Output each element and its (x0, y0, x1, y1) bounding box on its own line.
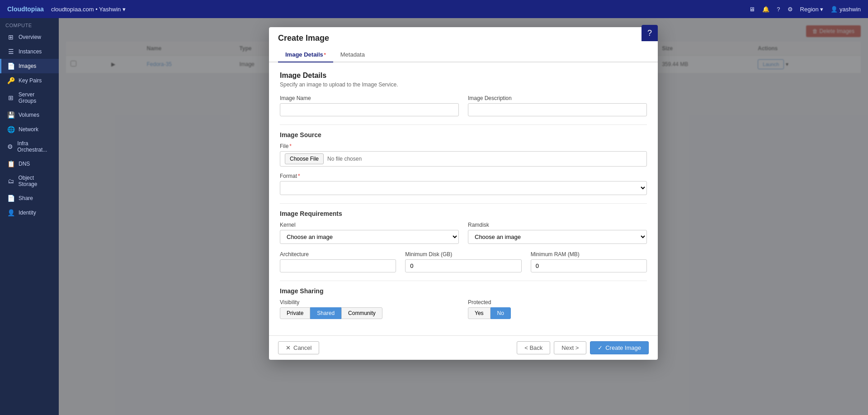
volumes-icon: 💾 (7, 111, 15, 119)
file-label: File* (280, 143, 647, 149)
share-icon: 📄 (7, 195, 15, 202)
sidebar-item-share[interactable]: 📄 Share (0, 191, 59, 205)
create-image-modal: Create Image × Image Details* Metadata ? (269, 27, 658, 360)
ramdisk-label: Ramdisk (468, 222, 647, 228)
sidebar-identity-label: Identity (19, 210, 36, 216)
images-icon: 📄 (7, 62, 15, 70)
sidebar: Compute ⊞ Overview ☰ Instances 📄 Images … (0, 18, 59, 415)
sidebar-item-servergroups[interactable]: ⊞ Server Groups (0, 88, 59, 108)
image-description-group: Image Description (468, 95, 647, 116)
file-chosen-text: No file chosen (327, 156, 362, 162)
tab-metadata[interactable]: Metadata (333, 48, 372, 62)
image-details-description: Specify an image to upload to the Image … (280, 81, 647, 88)
image-source-title: Image Source (280, 124, 647, 138)
kernel-group: Kernel Choose an image (280, 222, 459, 244)
project-chevron: ▾ (123, 6, 126, 13)
visibility-shared-btn[interactable]: Shared (310, 307, 341, 319)
cancel-button[interactable]: ✕ ✕ Cancel Cancel (278, 341, 319, 354)
user-menu[interactable]: 👤 yashwin (830, 6, 861, 13)
sidebar-objectstorage-label: Object Storage (18, 175, 53, 187)
instances-icon: ☰ (7, 48, 15, 55)
brand-logo: Cloudtopiaa (7, 5, 44, 13)
ramdisk-select[interactable]: Choose an image (468, 230, 647, 244)
app-layout: Compute ⊞ Overview ☰ Instances 📄 Images … (0, 18, 868, 415)
topnav-left: Cloudtopiaa cloudtopiaa.com • Yashwin ▾ (7, 5, 126, 13)
kernel-ramdisk-row: Kernel Choose an image Ramdisk Choose an… (280, 222, 647, 244)
top-navigation: Cloudtopiaa cloudtopiaa.com • Yashwin ▾ … (0, 0, 868, 18)
sidebar-item-instances[interactable]: ☰ Instances (0, 44, 59, 59)
min-ram-group: Minimum RAM (MB) (531, 251, 647, 272)
sidebar-item-network[interactable]: 🌐 Network (0, 122, 59, 137)
protected-yes-btn[interactable]: Yes (468, 307, 491, 319)
overview-icon: ⊞ (7, 33, 15, 41)
bell-icon[interactable]: 🔔 (762, 6, 769, 13)
modal-body: Image Details Specify an image to upload… (269, 62, 658, 335)
visibility-label: Visibility (280, 299, 459, 305)
sidebar-compute-label: Compute (0, 18, 59, 30)
infra-icon: ⚙ (7, 143, 14, 150)
choose-file-button[interactable]: Choose File (285, 153, 324, 164)
sidebar-network-label: Network (19, 126, 38, 133)
visibility-private-btn[interactable]: Private (280, 307, 310, 319)
format-select[interactable]: AKI AMI ARI Docker ISO OVA PLOOP QCOW2 R… (280, 181, 647, 195)
modal-header: Create Image × (269, 27, 658, 43)
ramdisk-group: Ramdisk Choose an image (468, 222, 647, 244)
project-label: cloudtopiaa.com • Yashwin (51, 6, 121, 13)
visibility-group-container: Visibility Private Shared Community (280, 299, 459, 319)
modal-footer: ✕ ✕ Cancel Cancel < Back Next > ✓ Create… (269, 335, 658, 360)
gear-icon[interactable]: ⚙ (788, 6, 793, 13)
sidebar-item-objectstorage[interactable]: 🗂 Object Storage (0, 171, 59, 191)
dns-icon: 📋 (7, 160, 15, 167)
image-details-section-title: Image Details (280, 72, 647, 80)
region-selector[interactable]: Region ▾ (800, 6, 824, 13)
create-image-button[interactable]: ✓ Create Image (590, 341, 649, 354)
format-group: Format* AKI AMI ARI Docker ISO OVA PLOOP… (280, 173, 647, 195)
visibility-protected-row: Visibility Private Shared Community Prot… (280, 299, 647, 319)
image-description-input[interactable] (468, 103, 647, 116)
min-ram-input[interactable] (531, 259, 647, 272)
help-icon[interactable]: ? (777, 6, 780, 13)
architecture-label: Architecture (280, 251, 396, 258)
visibility-community-btn[interactable]: Community (341, 307, 382, 319)
image-name-row: Image Name Image Description (280, 95, 647, 116)
tab-image-details[interactable]: Image Details* (278, 48, 333, 62)
architecture-group: Architecture (280, 251, 396, 272)
sidebar-item-volumes[interactable]: 💾 Volumes (0, 108, 59, 122)
sidebar-item-images[interactable]: 📄 Images (0, 59, 59, 73)
cancel-icon: ✕ (286, 344, 291, 351)
main-content: 🗑 Delete Images Name Type Status Visibil… (59, 18, 868, 415)
keypairs-icon: 🔑 (7, 77, 15, 84)
min-disk-input[interactable] (405, 259, 521, 272)
footer-right-buttons: < Back Next > ✓ Create Image (517, 341, 649, 354)
checkmark-icon: ✓ (598, 344, 603, 351)
sidebar-item-dns[interactable]: 📋 DNS (0, 157, 59, 171)
sidebar-volumes-label: Volumes (19, 112, 39, 118)
sidebar-item-infra[interactable]: ⚙ Infra Orchestrat... (0, 137, 59, 157)
monitor-icon[interactable]: 🖥 (749, 6, 755, 13)
kernel-select[interactable]: Choose an image (280, 230, 459, 244)
back-button[interactable]: < Back (517, 341, 550, 354)
visibility-toggle-group: Private Shared Community (280, 307, 459, 319)
sidebar-share-label: Share (19, 195, 33, 201)
sidebar-item-identity[interactable]: 👤 Identity (0, 205, 59, 220)
servergroups-icon: ⊞ (7, 94, 15, 101)
protected-no-btn[interactable]: No (491, 307, 511, 319)
sidebar-item-overview[interactable]: ⊞ Overview (0, 30, 59, 44)
kernel-label: Kernel (280, 222, 459, 228)
sidebar-item-keypairs[interactable]: 🔑 Key Pairs (0, 73, 59, 88)
architecture-input[interactable] (280, 259, 396, 272)
min-ram-label: Minimum RAM (MB) (531, 251, 647, 258)
project-selector[interactable]: cloudtopiaa.com • Yashwin ▾ (51, 6, 126, 13)
sidebar-servergroups-label: Server Groups (19, 91, 53, 104)
image-sharing-title: Image Sharing (280, 281, 647, 295)
min-disk-label: Minimum Disk (GB) (405, 251, 521, 258)
next-button[interactable]: Next > (554, 341, 586, 354)
help-button[interactable]: ? (642, 25, 658, 41)
image-name-input[interactable] (280, 103, 459, 116)
protected-label: Protected (468, 299, 647, 305)
user-avatar-icon: 👤 (830, 6, 840, 13)
sidebar-infra-label: Infra Orchestrat... (17, 140, 53, 153)
modal-title: Create Image (278, 33, 329, 43)
modal-overlay: Create Image × Image Details* Metadata ? (59, 18, 868, 415)
image-requirements-title: Image Requirements (280, 203, 647, 217)
